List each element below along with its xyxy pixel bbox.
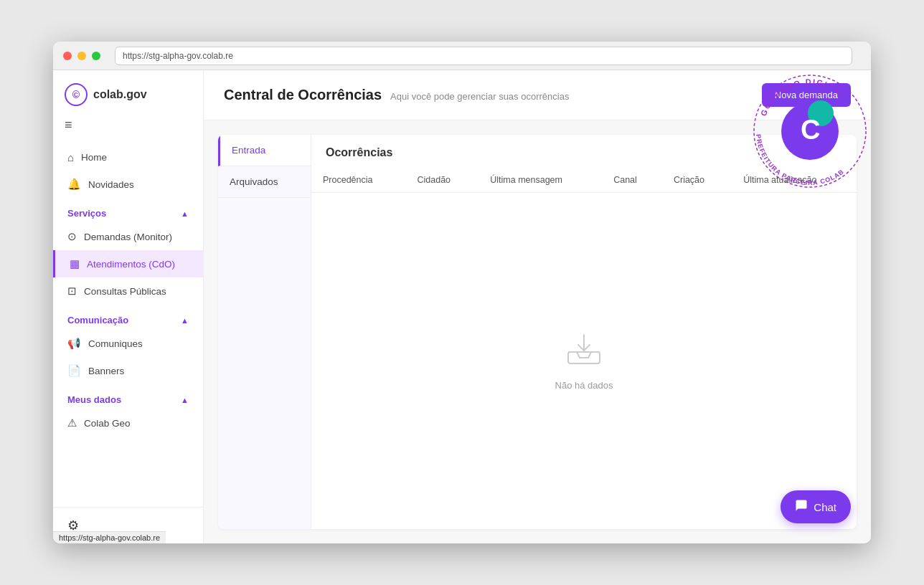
tab-entrada[interactable]: Entrada bbox=[218, 135, 311, 166]
status-url: https://stg-alpha-gov.colab.re bbox=[59, 533, 160, 542]
section-comunicacao[interactable]: Comunicação ▲ bbox=[53, 305, 203, 330]
sidebar-item-consultas[interactable]: ⊡ Consultas Públicas bbox=[53, 277, 203, 305]
col-procedencia: Procedência bbox=[311, 168, 405, 193]
col-ultima-atualizacao: Última atualização bbox=[732, 168, 857, 193]
sidebar-item-atendimentos-label: Atendimentos (CdO) bbox=[87, 259, 175, 270]
traffic-light-close[interactable] bbox=[63, 52, 72, 60]
browser-window: https://stg-alpha-gov.colab.re © colab.g… bbox=[53, 42, 871, 543]
col-criacao: Criação bbox=[662, 168, 732, 193]
monitor-icon: ⊙ bbox=[67, 230, 77, 243]
chat-bubble-icon bbox=[795, 499, 808, 515]
tab-sidebar: Entrada Arquivados bbox=[218, 135, 311, 529]
sidebar-item-banners-label: Banners bbox=[88, 366, 124, 376]
chevron-up-icon-2: ▲ bbox=[181, 316, 189, 325]
table-header-row: Procedência Cidadão Última mensagem Cana… bbox=[311, 168, 857, 193]
sidebar-item-novidades[interactable]: 🔔 Novidades bbox=[53, 171, 203, 198]
speaker-icon: 📢 bbox=[67, 337, 81, 350]
status-bar: https://stg-alpha-gov.colab.re bbox=[53, 531, 166, 543]
logo-icon: © bbox=[65, 83, 88, 106]
app-layout: © colab.gov ≡ ⌂ Home 🔔 Novidades bbox=[53, 70, 871, 543]
bell-icon: 🔔 bbox=[67, 178, 81, 191]
col-ultima-mensagem: Última mensagem bbox=[478, 168, 602, 193]
occurrences-header: Ocorrências bbox=[311, 135, 857, 159]
main-content: Central de Ocorrências Aqui você pode ge… bbox=[204, 70, 871, 543]
tab-panel: Entrada Arquivados Ocorrências Procedênc… bbox=[218, 135, 857, 529]
sidebar-nav: ⌂ Home 🔔 Novidades Serviços ▲ ⊙ Demandas… bbox=[53, 144, 203, 507]
logo-area: © colab.gov bbox=[53, 70, 203, 118]
sidebar-item-colab-geo[interactable]: ⚠ Colab Geo bbox=[53, 409, 203, 437]
url-text: https://stg-alpha-gov.colab.re bbox=[123, 51, 233, 61]
hamburger-icon: ≡ bbox=[65, 118, 72, 132]
section-meus-dados[interactable]: Meus dados ▲ bbox=[53, 384, 203, 409]
col-cidadao: Cidadão bbox=[405, 168, 478, 193]
sidebar-item-consultas-label: Consultas Públicas bbox=[84, 286, 166, 297]
empty-state: Não há dados bbox=[311, 193, 857, 529]
content-area: Entrada Arquivados Ocorrências Procedênc… bbox=[204, 120, 871, 543]
col-canal: Canal bbox=[602, 168, 662, 193]
settings-icon[interactable]: ⚙ bbox=[67, 518, 79, 533]
sidebar-item-demandas[interactable]: ⊙ Demandas (Monitor) bbox=[53, 223, 203, 250]
occurrences-panel: Ocorrências Procedência Cidadão Última m… bbox=[311, 135, 857, 529]
hamburger-button[interactable]: ≡ bbox=[53, 118, 203, 144]
traffic-light-maximize[interactable] bbox=[92, 52, 100, 60]
chat-label: Chat bbox=[814, 501, 836, 513]
sidebar-item-atendimentos[interactable]: ▦ Atendimentos (CdO) bbox=[53, 250, 203, 277]
consultas-icon: ⊡ bbox=[67, 285, 77, 298]
page-header: Central de Ocorrências Aqui você pode ge… bbox=[204, 70, 871, 120]
chat-button[interactable]: Chat bbox=[781, 490, 851, 523]
sidebar-item-comuniques-label: Comuniques bbox=[88, 338, 143, 349]
sidebar-item-comuniques[interactable]: 📢 Comuniques bbox=[53, 330, 203, 357]
section-servicos[interactable]: Serviços ▲ bbox=[53, 198, 203, 223]
warning-icon: ⚠ bbox=[67, 417, 77, 429]
banner-icon: 📄 bbox=[67, 364, 81, 377]
sidebar-item-novidades-label: Novidades bbox=[88, 179, 134, 190]
sidebar-item-colab-geo-label: Colab Geo bbox=[84, 418, 131, 429]
occurrences-table: Procedência Cidadão Última mensagem Cana… bbox=[311, 168, 857, 193]
logo-text: colab.gov bbox=[93, 88, 147, 101]
page-header-left: Central de Ocorrências Aqui você pode ge… bbox=[224, 87, 569, 103]
empty-text: Não há dados bbox=[555, 380, 613, 391]
traffic-light-minimize[interactable] bbox=[77, 52, 86, 60]
atendimentos-icon: ▦ bbox=[70, 257, 80, 270]
chevron-up-icon: ▲ bbox=[181, 209, 189, 218]
section-comunicacao-label: Comunicação bbox=[67, 315, 128, 325]
sidebar-item-home[interactable]: ⌂ Home bbox=[53, 144, 203, 171]
browser-chrome: https://stg-alpha-gov.colab.re bbox=[53, 42, 871, 70]
chevron-up-icon-3: ▲ bbox=[181, 396, 189, 404]
sidebar-item-demandas-label: Demandas (Monitor) bbox=[84, 232, 172, 242]
sidebar-item-home-label: Home bbox=[81, 152, 107, 163]
page-title: Central de Ocorrências bbox=[224, 87, 382, 103]
section-servicos-label: Serviços bbox=[67, 208, 106, 219]
url-bar[interactable]: https://stg-alpha-gov.colab.re bbox=[115, 47, 852, 65]
page-subtitle: Aqui você pode gerenciar suas ocorrência… bbox=[390, 91, 569, 102]
empty-icon bbox=[565, 332, 603, 371]
sidebar-item-banners[interactable]: 📄 Banners bbox=[53, 357, 203, 384]
tab-arquivados[interactable]: Arquivados bbox=[218, 166, 311, 198]
nova-demanda-button[interactable]: Nova demanda bbox=[762, 83, 851, 107]
sidebar: © colab.gov ≡ ⌂ Home 🔔 Novidades bbox=[53, 70, 204, 543]
section-meus-dados-label: Meus dados bbox=[67, 394, 121, 405]
home-icon: ⌂ bbox=[67, 151, 74, 163]
